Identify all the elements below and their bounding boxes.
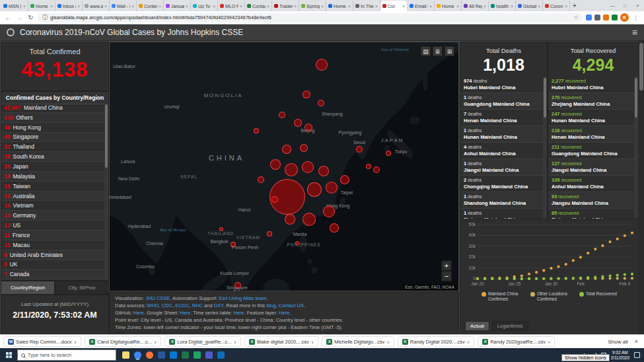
tab-close-icon[interactable]: × [511,4,513,9]
confirmed-country-row[interactable]: 45Singapore [1,133,104,143]
browser-tab[interactable]: Conten× [137,1,164,11]
region-row[interactable]: 216 recoveredHenan Mainland China [548,126,634,143]
confirmed-country-row[interactable]: 42,667Mainland China [1,103,104,113]
info-link[interactable]: JHU CSSE [145,295,170,301]
confirmed-country-row[interactable]: 11France [1,231,104,240]
confirmed-country-row[interactable]: 7Canada [1,270,104,279]
browser-tab[interactable]: Global× [516,1,543,11]
info-link[interactable]: Contact US [279,303,304,308]
region-row[interactable]: 1 deathsHunan Mainland China [460,126,543,143]
show-all-downloads-button[interactable]: Show all [608,339,627,345]
region-row[interactable]: 270 recoveredZhejiang Mainland China [548,93,634,110]
region-row[interactable]: 93 recoveredJiangsu Mainland China [548,192,634,209]
browser-tab[interactable]: Coron× [543,1,570,11]
taskbar-app-word[interactable] [158,351,165,359]
chevron-down-icon[interactable]: ∨ [154,340,157,344]
browser-tab[interactable]: Home× [435,1,462,11]
window-close-button[interactable]: × [631,0,644,11]
tab-close-icon[interactable]: × [131,4,134,9]
hamburger-menu-icon[interactable]: ≡ [632,27,637,38]
browser-tab[interactable]: MLO Fl× [218,1,245,11]
profile-avatar[interactable]: K [620,13,629,22]
case-bubble[interactable] [294,119,302,127]
case-bubble[interactable] [326,182,338,194]
tab-close-icon[interactable]: × [348,4,351,9]
region-row[interactable]: 4 deathsAnhui Mainland China [460,143,543,159]
case-bubble[interactable] [340,175,349,184]
taskbar-app-file-explorer[interactable] [122,351,129,359]
case-bubble[interactable] [270,159,281,170]
download-shelf-close-icon[interactable]: × [635,338,638,345]
case-bubble[interactable] [285,214,295,225]
chart-scale-tab[interactable]: Logarithmic [493,322,528,330]
tab-close-icon[interactable]: × [186,4,188,9]
region-row[interactable]: 105 recoveredAnhui Mainland China [548,176,634,192]
confirmed-country-row[interactable]: 49Hong Kong [1,123,104,133]
download-item[interactable]: WSales Rep Commi....docx∨ [3,336,81,347]
browser-tab[interactable]: Cor× [380,1,408,11]
confirmed-country-row[interactable]: 32Thailand [1,142,104,152]
info-link[interactable]: Here [233,310,244,316]
info-link[interactable]: Esri Living Atlas team [219,295,266,301]
case-bubble[interactable] [271,196,278,203]
tab-close-icon[interactable]: × [267,4,269,9]
cases-map[interactable]: Sea of OkhotskUlan-BatorMONGOLIAUrumqiSh… [110,42,458,291]
taskbar-app-teams[interactable] [205,351,213,359]
case-bubble[interactable] [295,241,299,245]
region-row[interactable]: 247 recoveredHunan Mainland China [548,110,634,126]
browser-tab[interactable]: Up To S× [191,1,218,11]
page-info-icon[interactable]: ⓘ [42,14,48,21]
browser-tab[interactable]: Spring× [299,1,326,11]
info-link[interactable]: DXY [214,303,223,308]
tab-close-icon[interactable]: × [375,4,378,9]
case-bubble[interactable] [356,146,363,153]
info-link[interactable]: Here [133,310,144,316]
confirmed-country-row[interactable]: 18Taiwan [1,182,104,192]
tab-close-icon[interactable]: × [429,4,432,9]
extension-icon[interactable] [603,15,609,20]
confirmed-country-row[interactable]: 14Germany [1,211,104,221]
region-row[interactable]: 1 deathsJiangxi Mainland China [460,159,543,176]
browser-tab[interactable]: Traders× [272,1,299,11]
taskbar-app-outlook[interactable] [170,351,177,359]
confirmed-country-row[interactable]: 15Australia [1,192,104,201]
taskbar-app-chrome[interactable] [134,351,141,359]
case-bubble[interactable] [373,166,380,173]
deaths-scrollbar[interactable] [543,77,547,219]
confirmed-country-row[interactable]: 26Japan [1,162,104,172]
region-row[interactable]: 1 deathsGuangdong Mainland China [460,93,543,110]
case-bubble[interactable] [300,144,308,152]
info-link[interactable]: WHO [147,303,159,308]
region-row[interactable]: 127 recoveredJiangxi Mainland China [548,159,634,176]
cases-time-series-chart[interactable]: 010k20k30k40k50kJan 20Jan 25Jan 30FebFeb… [460,219,638,288]
case-bubble[interactable] [267,231,272,236]
page-scrollbar[interactable] [638,41,644,334]
download-item[interactable]: XMichelle Digitalgo...csv∨ [322,336,394,347]
case-bubble[interactable] [386,151,391,156]
window-maximize-button[interactable]: □ [619,0,631,11]
confirmed-country-row[interactable]: 28South Korea [1,152,104,162]
layers-button[interactable]: ≣ [433,46,443,56]
region-row[interactable]: 1 deathsSichuan Mainland China [460,209,543,219]
tab-close-icon[interactable]: × [77,4,80,9]
info-link[interactable]: ECDC [175,303,189,308]
case-bubble[interactable] [254,128,259,133]
tab-close-icon[interactable]: × [50,4,53,9]
case-bubble[interactable] [234,282,241,289]
region-row[interactable]: 85 recoveredSichuan Mainland China [548,209,634,219]
region-row[interactable]: 974 deathsHubei Mainland China [460,77,543,93]
case-bubble[interactable] [318,166,329,176]
case-bubble[interactable] [285,163,298,176]
browser-tab[interactable]: Januar× [164,1,191,11]
region-row[interactable]: 211 recoveredGuangdong Mainland China [548,143,634,159]
list-view-tab[interactable]: Country/Region [1,281,54,294]
case-bubble[interactable] [304,124,312,131]
case-bubble[interactable] [219,227,223,231]
browser-tab[interactable]: health× [489,1,516,11]
tab-close-icon[interactable]: × [483,4,486,9]
region-row[interactable]: 2,277 recoveredHubei Mainland China [548,77,634,93]
case-bubble[interactable] [318,100,324,106]
forward-icon[interactable]: → [15,14,24,21]
download-item[interactable]: XLora Digital_goalRe...c...∨ [164,336,241,347]
case-bubble[interactable] [303,90,310,98]
